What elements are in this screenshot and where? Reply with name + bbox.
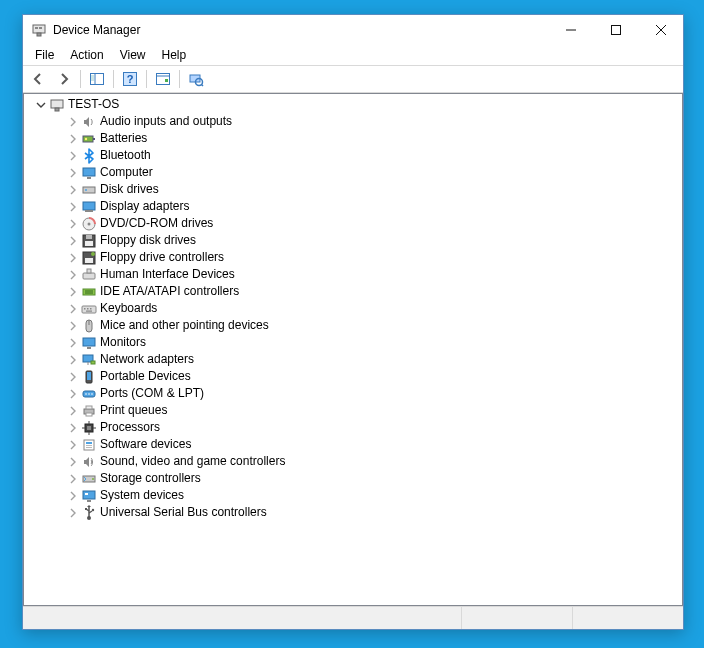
device-category-node[interactable]: Monitors [30, 334, 682, 351]
device-category-node[interactable]: Sound, video and game controllers [30, 453, 682, 470]
expander-closed-icon[interactable] [66, 115, 80, 129]
nav-back-button[interactable] [26, 67, 50, 91]
expander-closed-icon[interactable] [66, 370, 80, 384]
expander-closed-icon[interactable] [66, 421, 80, 435]
device-category-node[interactable]: System devices [30, 487, 682, 504]
expander-closed-icon[interactable] [66, 166, 80, 180]
close-button[interactable] [638, 15, 683, 45]
device-category-node[interactable]: Processors [30, 419, 682, 436]
svg-rect-73 [86, 442, 92, 444]
expander-closed-icon[interactable] [66, 438, 80, 452]
scan-hardware-button[interactable] [184, 67, 208, 91]
disk-icon [81, 182, 97, 198]
expander-closed-icon[interactable] [66, 217, 80, 231]
svg-rect-47 [87, 308, 89, 310]
device-category-node[interactable]: Print queues [30, 402, 682, 419]
device-tree[interactable]: TEST-OS Audio inputs and outputsBatterie… [23, 93, 683, 606]
device-category-node[interactable]: Display adapters [30, 198, 682, 215]
device-category-node[interactable]: Disk drives [30, 181, 682, 198]
device-category-node[interactable]: Mice and other pointing devices [30, 317, 682, 334]
device-category-label: Floppy drive controllers [100, 249, 224, 266]
device-category-label: Software devices [100, 436, 191, 453]
show-hide-tree-button[interactable] [85, 67, 109, 91]
port-icon [81, 386, 97, 402]
expander-closed-icon[interactable] [66, 200, 80, 214]
device-category-node[interactable]: Computer [30, 164, 682, 181]
svg-rect-2 [39, 27, 42, 29]
software-icon [81, 437, 97, 453]
svg-rect-31 [85, 210, 93, 212]
maximize-button[interactable] [593, 15, 638, 45]
expander-closed-icon[interactable] [66, 319, 80, 333]
expander-open-icon[interactable] [34, 98, 48, 112]
menu-view[interactable]: View [112, 46, 154, 64]
expander-closed-icon[interactable] [66, 404, 80, 418]
battery-icon [81, 131, 97, 147]
device-category-node[interactable]: Ports (COM & LPT) [30, 385, 682, 402]
device-category-node[interactable]: Keyboards [30, 300, 682, 317]
svg-point-39 [91, 252, 95, 256]
device-category-label: Batteries [100, 130, 147, 147]
properties-button[interactable] [151, 67, 175, 91]
device-category-node[interactable]: Audio inputs and outputs [30, 113, 682, 130]
device-category-node[interactable]: DVD/CD-ROM drives [30, 215, 682, 232]
expander-closed-icon[interactable] [66, 285, 80, 299]
device-category-node[interactable]: IDE ATA/ATAPI controllers [30, 283, 682, 300]
svg-rect-40 [83, 273, 95, 279]
tree-root-label: TEST-OS [68, 96, 119, 113]
device-category-node[interactable]: Network adapters [30, 351, 682, 368]
expander-closed-icon[interactable] [66, 489, 80, 503]
device-category-node[interactable]: Batteries [30, 130, 682, 147]
device-category-node[interactable]: Floppy drive controllers [30, 249, 682, 266]
device-category-label: Print queues [100, 402, 167, 419]
svg-text:?: ? [127, 73, 134, 85]
expander-closed-icon[interactable] [66, 251, 80, 265]
device-category-node[interactable]: Portable Devices [30, 368, 682, 385]
svg-rect-75 [86, 447, 92, 448]
svg-rect-42 [83, 289, 95, 295]
status-cell-3 [573, 607, 683, 629]
svg-rect-52 [83, 338, 95, 346]
expander-closed-icon[interactable] [66, 353, 80, 367]
device-category-node[interactable]: Floppy disk drives [30, 232, 682, 249]
device-category-node[interactable]: Bluetooth [30, 147, 682, 164]
svg-point-84 [92, 508, 94, 510]
device-category-label: Audio inputs and outputs [100, 113, 232, 130]
expander-closed-icon[interactable] [66, 336, 80, 350]
speaker-icon [81, 114, 97, 130]
minimize-button[interactable] [548, 15, 593, 45]
svg-point-25 [85, 137, 87, 139]
expander-closed-icon[interactable] [66, 387, 80, 401]
mouse-icon [81, 318, 97, 334]
expander-closed-icon[interactable] [66, 234, 80, 248]
expander-closed-icon[interactable] [66, 472, 80, 486]
printer-icon [81, 403, 97, 419]
device-category-label: Keyboards [100, 300, 157, 317]
device-category-label: Floppy disk drives [100, 232, 196, 249]
menu-help[interactable]: Help [154, 46, 195, 64]
device-category-node[interactable]: Human Interface Devices [30, 266, 682, 283]
help-button[interactable]: ? [118, 67, 142, 91]
tree-root-node[interactable]: TEST-OS [30, 96, 682, 113]
svg-rect-74 [86, 445, 92, 446]
menu-file[interactable]: File [27, 46, 62, 64]
svg-rect-21 [51, 100, 63, 108]
device-category-label: Ports (COM & LPT) [100, 385, 204, 402]
svg-rect-35 [86, 235, 92, 239]
nav-forward-button[interactable] [52, 67, 76, 91]
expander-closed-icon[interactable] [66, 132, 80, 146]
device-category-node[interactable]: Software devices [30, 436, 682, 453]
expander-closed-icon[interactable] [66, 506, 80, 520]
device-category-label: Universal Serial Bus controllers [100, 504, 267, 521]
device-category-node[interactable]: Universal Serial Bus controllers [30, 504, 682, 521]
display-adapter-icon [81, 199, 97, 215]
expander-closed-icon[interactable] [66, 302, 80, 316]
menu-action[interactable]: Action [62, 46, 111, 64]
expander-closed-icon[interactable] [66, 149, 80, 163]
expander-closed-icon[interactable] [66, 183, 80, 197]
device-category-node[interactable]: Storage controllers [30, 470, 682, 487]
menu-bar: File Action View Help [23, 45, 683, 66]
expander-closed-icon[interactable] [66, 455, 80, 469]
keyboard-icon [81, 301, 97, 317]
expander-closed-icon[interactable] [66, 268, 80, 282]
